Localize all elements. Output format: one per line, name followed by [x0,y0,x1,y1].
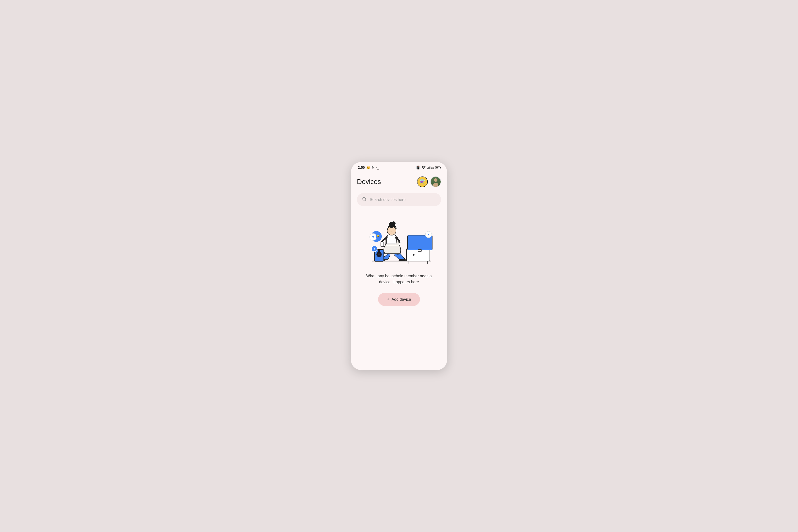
svg-line-1 [365,200,366,201]
add-device-button-container: + Add device [357,293,441,306]
empty-state-description: When any household member adds a device,… [357,273,441,285]
svg-point-19 [378,253,380,255]
svg-point-20 [378,250,380,252]
svg-rect-13 [381,242,384,247]
search-icon [362,196,367,203]
svg-point-16 [392,222,396,225]
status-icons-left: 🐱 ↻ ›_ [366,166,379,169]
user-avatar-button[interactable] [430,176,441,187]
main-content: Devices ⚗️ [351,171,447,370]
plus-icon: + [387,297,390,302]
svg-point-4 [413,254,415,256]
status-left: 2:50 🐱 ↻ ›_ [358,166,379,169]
page-header: Devices ⚗️ [357,174,441,187]
vibrate-icon: 📳 [416,166,420,169]
phone-frame: 2:50 🐱 ↻ ›_ 📳 HD [351,162,447,370]
signal-icon: HD [427,166,434,169]
status-bar: 2:50 🐱 ↻ ›_ 📳 HD [351,162,447,171]
search-placeholder: Search devices here [370,197,406,202]
battery-icon [435,166,440,169]
svg-point-12 [399,259,406,261]
add-device-label: Add device [392,297,411,302]
lab-button[interactable]: ⚗️ [417,176,428,187]
svg-text:😐: 😐 [377,234,380,238]
cat-icon: 🐱 [366,166,370,169]
avatar-person [432,178,439,187]
svg-text:♥: ♥ [374,247,375,250]
avatar [431,177,441,187]
avatar-head [434,178,437,182]
status-right: 📳 HD [416,166,440,169]
svg-text:♥: ♥ [428,232,430,236]
add-device-button[interactable]: + Add device [378,293,420,306]
sync-icon: ↻ [372,166,374,169]
svg-rect-8 [418,249,421,251]
lab-flask-icon: ⚗️ [419,179,425,185]
devices-illustration: ♥ [360,213,438,267]
illustration-container: ♥ [357,213,441,267]
search-bar[interactable]: Search devices here [357,193,441,206]
header-actions: ⚗️ [417,176,441,187]
terminal-icon: ›_ [375,166,379,169]
time-display: 2:50 [358,166,365,169]
wifi-icon [422,166,425,169]
page-title: Devices [357,178,381,186]
avatar-body [433,183,438,187]
svg-text:♥: ♥ [372,235,374,239]
